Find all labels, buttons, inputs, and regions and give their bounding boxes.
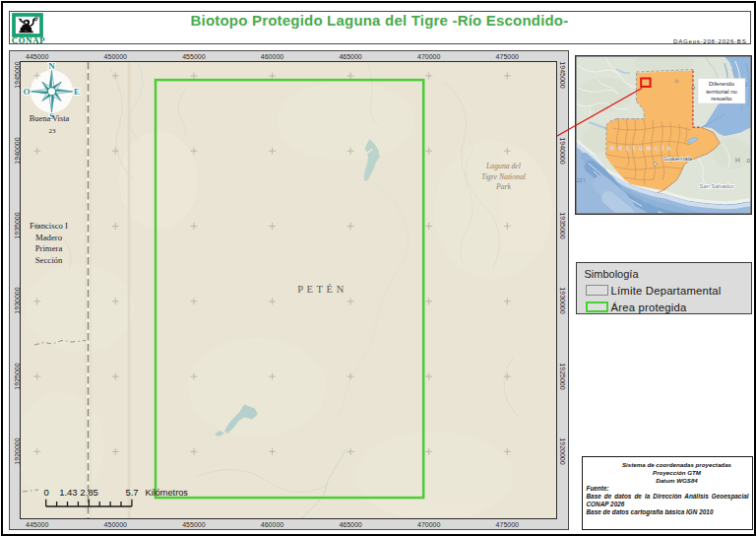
svg-text:Tigre National: Tigre National [481, 171, 526, 180]
svg-text:Guatemala: Guatemala [610, 145, 675, 151]
svg-text:5.7: 5.7 [125, 486, 138, 497]
svg-text:23: 23 [48, 126, 56, 134]
svg-text:Guatemala: Guatemala [662, 156, 692, 162]
svg-text:San Salvador: San Salvador [699, 183, 733, 189]
svg-text:territorial no: territorial no [706, 89, 737, 95]
svg-text:Madero: Madero [35, 232, 63, 241]
svg-text:0: 0 [43, 486, 48, 497]
svg-text:CONAP: CONAP [11, 35, 45, 45]
svg-text:1.43: 1.43 [59, 486, 78, 497]
svg-text:E: E [74, 86, 80, 96]
svg-text:Kilómetros: Kilómetros [145, 487, 188, 497]
svg-text:2.85: 2.85 [80, 486, 98, 497]
svg-text:22 t: 22 t [576, 177, 586, 183]
svg-text:H o: H o [735, 157, 752, 164]
svg-text:PETÉN: PETÉN [297, 283, 347, 294]
svg-text:N: N [48, 62, 55, 71]
svg-text:Buena Vista: Buena Vista [30, 114, 70, 123]
svg-text:Park: Park [495, 182, 512, 191]
svg-text:Laguna del: Laguna del [485, 161, 521, 169]
svg-text:Francisco I: Francisco I [30, 221, 68, 231]
svg-text:Sección: Sección [35, 254, 63, 264]
svg-text:Primera: Primera [35, 243, 63, 253]
svg-text:O: O [23, 86, 30, 96]
svg-text:Diferendo: Diferendo [708, 81, 734, 87]
svg-text:resuelto: resuelto [711, 96, 732, 101]
